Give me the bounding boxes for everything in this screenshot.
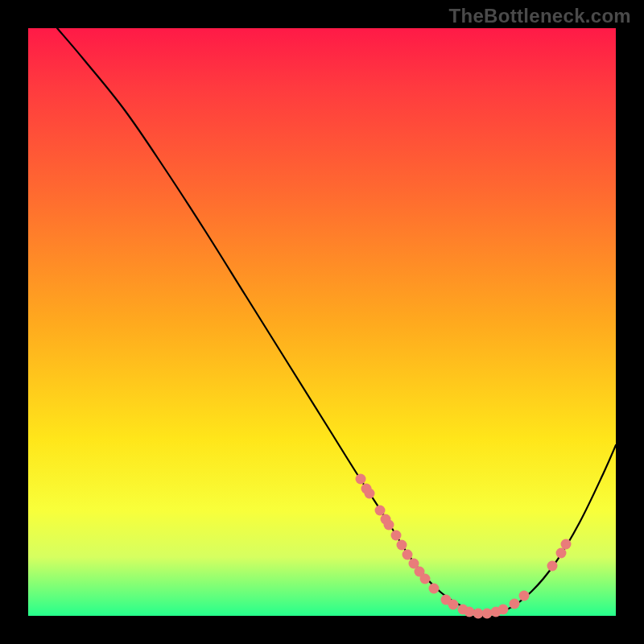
scatter-dot [519, 591, 530, 601]
scatter-dot [402, 550, 413, 560]
scatter-dot [391, 530, 402, 541]
scatter-dot [384, 520, 394, 530]
scatter-dot [448, 600, 459, 610]
chart-svg [28, 28, 616, 616]
scatter-dot [397, 540, 407, 551]
scatter-dot [375, 506, 386, 516]
scatter-dot [510, 599, 520, 609]
scatter-dot [464, 607, 475, 617]
chart-area [28, 28, 616, 616]
watermark-label: TheBottleneck.com [449, 5, 631, 27]
scatter-dot [356, 474, 366, 485]
scatter-dot [420, 574, 431, 584]
scatter-dots [356, 474, 572, 619]
scatter-dot [429, 584, 440, 594]
scatter-dot [556, 548, 567, 559]
bottleneck-curve [57, 28, 616, 613]
scatter-dot [365, 489, 375, 499]
scatter-dot [498, 605, 509, 615]
scatter-dot [547, 561, 558, 572]
scatter-dot [561, 539, 572, 550]
scatter-dot [482, 609, 493, 619]
